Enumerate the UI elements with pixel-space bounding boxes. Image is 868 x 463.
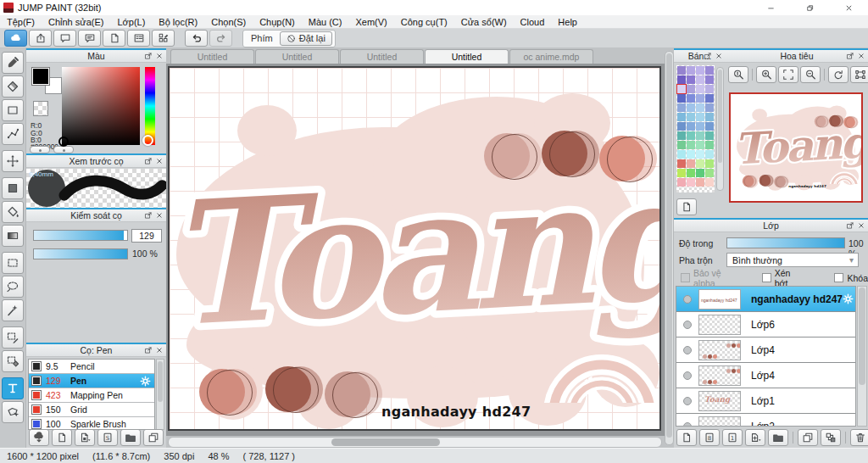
palette-swatch[interactable] — [705, 122, 714, 131]
settings-list-button[interactable] — [127, 30, 150, 47]
brush-row[interactable]: 9.5Pencil — [29, 360, 154, 374]
control-point-tool[interactable] — [2, 123, 24, 145]
menu-item-6[interactable]: Màu (C) — [302, 15, 349, 29]
palette-swatch[interactable] — [705, 169, 714, 177]
palette-swatch[interactable] — [677, 159, 686, 168]
close-icon[interactable] — [715, 52, 723, 60]
palette-swatch[interactable] — [687, 85, 695, 93]
script-brush-button[interactable]: S — [97, 429, 118, 446]
palette-swatch[interactable] — [696, 159, 704, 168]
tab-1[interactable]: Untitled — [255, 49, 339, 64]
palette-swatch[interactable] — [677, 94, 686, 103]
color-option-button-2[interactable] — [53, 146, 74, 153]
brush-list-scrollbar[interactable] — [156, 359, 164, 430]
palette-swatch[interactable] — [687, 159, 695, 168]
add-layer-button[interactable] — [745, 429, 765, 446]
palette-swatch[interactable] — [696, 75, 704, 84]
duplicate-brush-button[interactable] — [143, 429, 164, 446]
palette-swatch[interactable] — [696, 113, 704, 121]
palette-swatch[interactable] — [705, 75, 714, 84]
text-tool[interactable] — [2, 377, 24, 399]
palette-swatch[interactable] — [705, 103, 714, 112]
frame-button[interactable] — [850, 66, 868, 83]
layer-row[interactable]: ToangLớp1 — [676, 388, 855, 414]
palette-edit-button[interactable] — [152, 30, 175, 47]
menu-item-11[interactable]: Help — [551, 15, 584, 29]
navigator-preview[interactable]: Toangnganhadayy hd247 — [729, 92, 863, 203]
magic-wand-tool[interactable] — [2, 299, 24, 321]
shape-tool[interactable] — [2, 99, 24, 121]
palette-swatch[interactable] — [677, 66, 686, 75]
palette-swatch[interactable] — [687, 113, 695, 121]
layer-visibility-dot[interactable] — [683, 346, 692, 354]
layer-visibility-dot[interactable] — [683, 397, 692, 405]
palette-swatch[interactable] — [687, 131, 695, 140]
palette-swatch[interactable] — [705, 131, 714, 140]
layer-visibility-dot[interactable] — [683, 295, 692, 304]
vertical-scrollbar[interactable] — [665, 51, 674, 445]
select-pen-tool[interactable] — [2, 326, 24, 349]
new-8bit-layer-button[interactable]: 8 — [699, 429, 720, 446]
saturation-value-picker[interactable] — [62, 67, 140, 145]
menu-item-5[interactable]: Chụp(N) — [253, 15, 302, 29]
palette-swatch[interactable] — [696, 85, 704, 93]
palette-swatch[interactable] — [696, 131, 704, 140]
palette-swatch[interactable] — [705, 113, 714, 121]
palette-swatch[interactable] — [696, 169, 704, 177]
fit-screen-button[interactable] — [778, 66, 798, 83]
layer-row[interactable]: Lớp2 — [676, 414, 855, 427]
bucket-tool[interactable] — [2, 201, 24, 223]
popout-icon[interactable] — [144, 52, 153, 60]
brush-row[interactable]: 423Mapping Pen — [29, 388, 154, 403]
protect-alpha-checkbox[interactable]: Bảo vệ alpha — [681, 268, 740, 288]
menu-item-9[interactable]: Cửa sổ(W) — [454, 15, 514, 29]
menu-item-7[interactable]: Xem(V) — [348, 15, 393, 29]
gear-icon[interactable] — [843, 293, 854, 304]
brush-row[interactable]: 100Sparkle Brush — [29, 417, 154, 430]
hue-slider[interactable] — [145, 67, 155, 145]
layer-row[interactable]: nganhadayy hd247nganhadayy hd247 — [676, 287, 855, 312]
save-brush-button[interactable] — [75, 429, 95, 446]
palette-swatch[interactable] — [705, 150, 714, 159]
zoom-in-button[interactable] — [756, 66, 776, 83]
merge-layer-button[interactable] — [821, 429, 841, 446]
brush-row[interactable]: 150Grid — [29, 403, 154, 417]
palette-swatch[interactable] — [696, 141, 704, 149]
popout-icon[interactable] — [144, 346, 153, 354]
transparent-color-swatch[interactable] — [33, 101, 48, 116]
menu-item-3[interactable]: Bộ lọc(R) — [152, 15, 204, 29]
palette-swatch[interactable] — [705, 94, 714, 103]
menu-item-4[interactable]: Chọn(S) — [204, 15, 253, 29]
menu-item-2[interactable]: Lớp(L) — [110, 15, 152, 29]
undo-button[interactable] — [185, 30, 208, 47]
minimize-button[interactable] — [751, 0, 790, 15]
gradient-tool[interactable] — [2, 225, 24, 247]
brush-row[interactable]: 129Pen — [29, 374, 154, 388]
tab-0[interactable]: Untitled — [170, 49, 254, 64]
close-button[interactable] — [829, 0, 868, 15]
layers-scrollbar[interactable] — [857, 286, 867, 427]
comment-list-button[interactable] — [78, 30, 101, 47]
palette-swatch[interactable] — [705, 85, 714, 93]
delete-layer-button[interactable] — [850, 429, 868, 446]
new-1bit-layer-button[interactable]: 1 — [722, 429, 743, 446]
palette-swatch[interactable] — [687, 122, 695, 131]
crop-tool[interactable] — [2, 177, 24, 199]
palette-scrollbar[interactable] — [716, 67, 724, 191]
close-icon[interactable] — [155, 157, 164, 165]
clipping-checkbox[interactable]: Xén bớt — [762, 268, 803, 288]
palette-swatch[interactable] — [677, 131, 686, 140]
palette-swatch[interactable] — [687, 94, 695, 103]
menu-item-1[interactable]: Chỉnh sửa(E) — [42, 15, 110, 29]
new-layer-button[interactable] — [676, 429, 697, 446]
palette-swatch[interactable] — [677, 85, 686, 93]
tab-2[interactable]: Untitled — [340, 49, 424, 64]
gear-icon[interactable] — [140, 376, 151, 387]
eraser-tool[interactable] — [2, 75, 24, 98]
duplicate-layer-button[interactable] — [798, 429, 818, 446]
popout-icon[interactable] — [704, 52, 712, 60]
select-eraser-tool[interactable] — [2, 350, 24, 372]
layer-row[interactable]: Lớp6 — [676, 312, 855, 337]
palette-swatch[interactable] — [677, 169, 686, 177]
layer-visibility-dot[interactable] — [683, 422, 692, 427]
